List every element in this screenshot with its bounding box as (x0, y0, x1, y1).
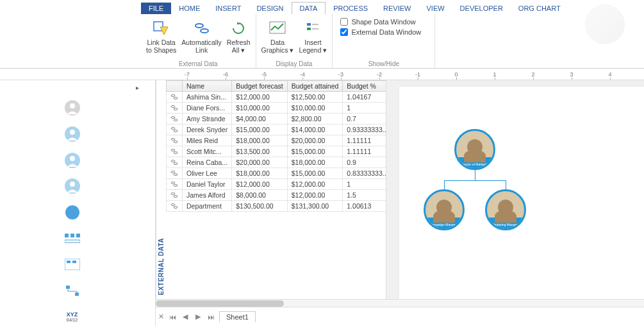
tab-developer[interactable]: DEVELOPER (452, 3, 511, 14)
scrollbar-thumb[interactable] (156, 300, 284, 307)
sheet-tab[interactable]: Sheet1 (219, 311, 256, 322)
table-row[interactable]: Oliver Lee$18,000.00$15,000.000.83333333… (167, 168, 386, 179)
table-row[interactable]: Daniel Taylor$12,000.00$12,000.0011090.9 (167, 179, 386, 190)
shape-connector-icon[interactable] (63, 282, 82, 300)
table-row[interactable]: Miles Reid$18,000.00$20,000.001.11111231… (167, 135, 386, 146)
shape-circle-solid-icon[interactable] (63, 203, 82, 222)
shape-data-window-checkbox[interactable]: Shape Data Window (338, 17, 429, 27)
svg-point-15 (70, 156, 75, 161)
tab-design[interactable]: DESIGN (249, 3, 291, 14)
ruler-mark: 4 (591, 71, 629, 78)
table-row[interactable]: James Alford$8,000.00$12,000.001.544430.… (167, 190, 386, 201)
table-row[interactable]: Scott Mitc...$13,500.00$15,000.001.11111… (167, 146, 386, 157)
shapes-pane-collapse-icon[interactable]: ▸ (136, 84, 139, 91)
svg-point-47 (174, 196, 178, 198)
table-row[interactable]: Department$130,500.00$131,300.001.00613 (167, 201, 386, 212)
row-link-icon (167, 157, 183, 168)
svg-point-36 (171, 139, 175, 141)
cell-name: Oliver Lee (183, 168, 232, 179)
external-data-window-check[interactable] (340, 28, 348, 36)
link-data-to-shapes-button[interactable]: Link Data to Shapes (146, 17, 176, 54)
sheet-nav-next-icon[interactable]: ▶ (194, 313, 202, 321)
data-graphics-button[interactable]: Data Graphics ▾ (261, 17, 294, 54)
cell-name: James Alford (183, 190, 232, 201)
ruler-mark: -6 (206, 71, 245, 78)
tab-process[interactable]: PROCESS (326, 3, 376, 14)
cell-name: Department (183, 201, 232, 212)
svg-point-38 (171, 150, 175, 151)
shape-person-blue2-icon[interactable] (63, 151, 82, 169)
external-data-title[interactable]: EXTERNAL DATA (156, 80, 166, 299)
table-row[interactable]: Reina Caba...$20,000.00$18,000.000.9430.… (167, 157, 386, 168)
org-node-root[interactable]: Daniel Taylor Director of Marketing (454, 129, 495, 170)
ruler-mark: -5 (245, 71, 283, 78)
tab-view[interactable]: VIEW (418, 3, 452, 14)
table-row[interactable]: Ashima Sin...$12,000.00$12,500.001.04167… (167, 92, 386, 103)
row-link-icon (167, 201, 183, 212)
cell-bf: $12,000.00 (232, 92, 288, 103)
avatar-icon (467, 139, 483, 155)
shape-team-frame-icon[interactable] (63, 255, 82, 274)
svg-point-34 (171, 128, 175, 130)
svg-point-41 (174, 163, 178, 165)
table-row[interactable]: Diane Fors...$10,000.00$10,000.001441 (167, 103, 386, 114)
svg-point-42 (171, 171, 175, 173)
org-node-child[interactable]: Diane Forsyth Marketing Manager (485, 189, 526, 230)
cell-bf: $18,000.00 (232, 135, 288, 146)
center-area: EXTERNAL DATA Name Budget forecast Budge… (156, 80, 644, 326)
org-child-title: Campaign Manager (427, 223, 461, 227)
org-node-child[interactable]: Ashima Singhal Campaign Manager (424, 189, 465, 230)
ribbon-data: Link Data to Shapes Automatically Link R… (0, 14, 644, 69)
svg-point-49 (174, 207, 178, 209)
cell-bf: $18,000.00 (232, 168, 288, 179)
automatically-link-button[interactable]: Automatically Link (181, 17, 221, 54)
data-graphics-label: Data Graphics ▾ (261, 39, 294, 54)
svg-point-33 (174, 119, 178, 121)
col-ba[interactable]: Budget attained (287, 81, 343, 92)
shape-person-gray-icon[interactable] (63, 99, 82, 117)
sheet-nav-last-icon[interactable]: ⏭ (206, 313, 215, 321)
tab-review[interactable]: REVIEW (376, 3, 418, 14)
shape-xyz-label-icon[interactable]: XYZ04/12 (63, 307, 82, 326)
connector-line (475, 169, 475, 180)
svg-rect-24 (67, 261, 70, 263)
svg-rect-21 (76, 234, 80, 237)
cell-bf: $12,000.00 (232, 179, 288, 190)
cell-bf: $20,000.00 (232, 157, 288, 168)
tab-insert[interactable]: INSERT (208, 3, 249, 14)
external-data-window-checkbox[interactable]: External Data Window (338, 27, 429, 37)
shape-person-blue-icon[interactable] (63, 125, 82, 144)
shape-person-blue3-icon[interactable] (63, 177, 82, 196)
cell-ba: $20,000.00 (287, 135, 343, 146)
col-name[interactable]: Name (183, 81, 232, 92)
tab-data[interactable]: DATA (292, 2, 326, 14)
external-data-grid[interactable]: Name Budget forecast Budget attained Bud… (166, 80, 386, 299)
horizontal-scrollbar[interactable] (156, 299, 644, 307)
drawing-canvas[interactable]: Daniel Taylor Director of Marketing Ashi… (386, 80, 644, 299)
svg-point-39 (174, 152, 178, 154)
ruler-mark: -7 (168, 71, 206, 78)
drawing-page[interactable]: Daniel Taylor Director of Marketing Ashi… (399, 87, 644, 299)
shape-multi-icon[interactable] (63, 229, 82, 248)
insert-legend-button[interactable]: Insert Legend ▾ (299, 17, 327, 54)
link-data-icon (151, 19, 172, 37)
col-bp[interactable]: Budget % (343, 81, 386, 92)
tab-home[interactable]: HOME (171, 3, 208, 14)
cell-bp: 1 (343, 103, 386, 114)
close-pane-icon[interactable]: ✕ (158, 313, 164, 321)
workspace: ▸ XYZ04/12 EXTERNAL DATA Name Budget for… (0, 80, 644, 326)
refresh-all-button[interactable]: Refresh All ▾ (227, 17, 251, 54)
table-row[interactable]: Amy Strande$4,000.00$2,800.000.7420.5 (167, 114, 386, 124)
tab-orgchart[interactable]: ORG CHART (511, 3, 568, 14)
shape-data-window-check[interactable] (340, 18, 348, 26)
avatar-icon (498, 200, 513, 215)
col-bf[interactable]: Budget forecast (232, 81, 288, 92)
cell-bp: 1.04167 (343, 92, 386, 103)
tab-file[interactable]: FILE (141, 3, 171, 14)
cell-bp: 1.11111 (343, 146, 386, 157)
table-row[interactable]: Derek Snyder$15,000.00$14,000.000.933333… (167, 124, 386, 135)
cell-name: Derek Snyder (183, 124, 232, 135)
sheet-nav-first-icon[interactable]: ⏮ (168, 313, 177, 321)
sheet-nav-prev-icon[interactable]: ◀ (181, 313, 190, 321)
svg-rect-19 (65, 234, 69, 237)
